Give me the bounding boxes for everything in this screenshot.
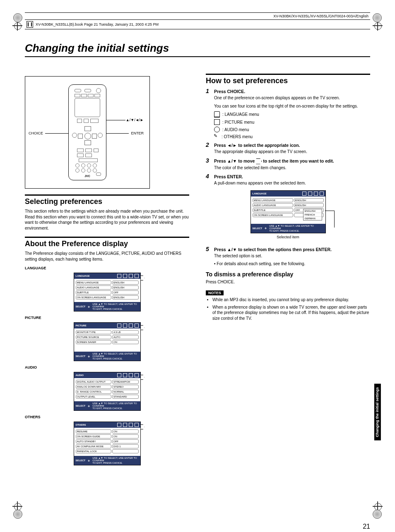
selected-item-label: Selected item (206, 235, 370, 239)
audio-menu-text: : AUDIO menu (222, 127, 249, 132)
register-dot-icon (13, 13, 22, 22)
step1-body1: One of the preference on-screen displays… (214, 95, 370, 101)
language-label: LANGUAGE (25, 266, 189, 270)
notes-tag: NOTES (206, 290, 224, 295)
remote-illustration: CHOICE ENTER ▲/▼/◄/► (25, 76, 150, 189)
example-osd: LANGUAGE MENU LANGUAGEENGLISHAUDIO LANGU… (250, 190, 326, 233)
dismiss-body: Press CHOICE. (206, 279, 370, 285)
register-dot-icon (373, 13, 382, 22)
step3-head: Press ▲/▼ to move to select the item you… (214, 158, 334, 164)
page-number: 21 (363, 523, 370, 530)
book-info-line: XV-N30BK_N33SLL(B).book Page 21 Tuesday,… (25, 19, 370, 29)
step1-head: Press CHOICE. (214, 89, 245, 94)
step1-body2: You can see four icons at the top right … (214, 103, 370, 109)
selecting-preferences-heading: Selecting preferences (25, 197, 189, 206)
step4-head: Press ENTER. (214, 174, 243, 179)
cursor-icon (256, 158, 262, 164)
others-osd: OTHERS RESUMEONON SCREEN GUIDEONAUTO STA… (74, 422, 141, 465)
audio-osd: AUDIO DIGITAL AUDIO OUTPUTSTREAM/PCMANAL… (74, 372, 141, 411)
remote-arrows-label: ▲/▼/◄/► (126, 118, 144, 122)
language-menu-text: : LANGUAGE menu (222, 112, 259, 117)
selecting-preferences-body: This section refers to the settings whic… (25, 208, 189, 231)
remote-body: JVC (68, 84, 106, 180)
picture-menu-icon (214, 119, 220, 125)
others-menu-icon (214, 134, 219, 139)
picture-osd: PICTURE MONITOR TYPE4:3 LBPICTURE SOURCE… (74, 322, 141, 361)
about-preference-body: The Preference display consists of the L… (25, 251, 189, 262)
others-menu-text: : OTHERS menu (222, 134, 253, 139)
example-dropdown: ENGLISHFRENCHGERMAN (303, 209, 322, 220)
register-dot-icon (373, 510, 382, 519)
audio-menu-icon (214, 127, 220, 132)
how-to-set-heading: How to set preferences (206, 77, 370, 85)
language-menu-icon (214, 111, 220, 117)
language-osd: LANGUAGE MENU LANGUAGEENGLISHAUDIO LANGU… (74, 273, 141, 312)
page-title: Changing the initial settings (25, 42, 370, 57)
remote-brand: JVC (69, 175, 106, 177)
step5-head: Press ▲/▼ to select from the options the… (214, 247, 332, 252)
others-label: OTHERS (25, 415, 189, 419)
dismiss-heading: To dismiss a preference display (206, 271, 370, 278)
remote-nav-cluster (78, 126, 97, 145)
audio-label: AUDIO (25, 365, 189, 369)
book-icon (26, 21, 33, 28)
picture-label: PICTURE (25, 316, 189, 320)
remote-enter-label: ENTER (131, 131, 144, 135)
step3-body: The color of the selected item changes. (214, 165, 370, 171)
step2-body: The appropriate display appears on the T… (214, 149, 370, 155)
picture-menu-text: : PICTURE menu (222, 120, 254, 125)
remote-choice-label: CHOICE (29, 131, 43, 135)
step5-body2: • For details about each setting, see th… (214, 261, 370, 267)
header-path: XV-N30BK/XV-N33SL/XV-N35SL/GNT0024-003A/… (25, 12, 370, 19)
side-tab: Changing the initial settings (374, 384, 381, 441)
step5-body1: The selected option is set. (214, 253, 370, 259)
register-dot-icon (13, 510, 22, 519)
notes-list: While an MP3 disc is inserted, you canno… (207, 297, 370, 321)
step2-head: Press ◄/► to select the appropriate icon… (214, 143, 300, 148)
step4-body: A pull-down menu appears over the select… (214, 180, 370, 186)
about-preference-heading: About the Preference display (25, 240, 189, 248)
